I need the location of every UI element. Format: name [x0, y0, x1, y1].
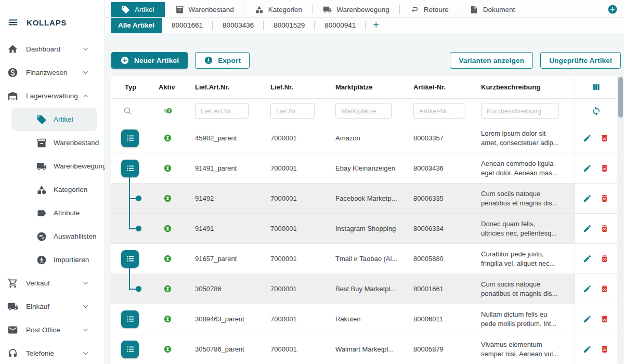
- sidebar-item-importieren[interactable]: Importieren: [11, 248, 97, 271]
- tag-icon: [36, 114, 47, 125]
- cell-kurzbeschreibung: Aenean commodo ligula eget dolor. Aenean…: [473, 153, 575, 183]
- sidebar-item-kategorien[interactable]: Kategorien: [11, 178, 97, 201]
- cell-typ: [111, 153, 149, 183]
- chevron-down-icon: [82, 279, 89, 287]
- filter-kurzbeschreibung-input[interactable]: [481, 103, 559, 119]
- delete-icon: [600, 224, 609, 233]
- filter-aktiv[interactable]: [149, 99, 187, 123]
- tab-warenbestand[interactable]: Warenbestand: [165, 2, 244, 17]
- row-type-button[interactable]: [121, 250, 139, 268]
- cell-marktplatz: Instagram Shopping: [327, 214, 405, 243]
- table-row: 3089463_parent7000001Rakuten80006011Null…: [111, 304, 617, 334]
- sidebar-item-attribute[interactable]: Attribute: [11, 201, 97, 225]
- edit-icon: [583, 345, 592, 354]
- cell-actions: [575, 274, 617, 304]
- cell-artikel-nr: 80006011: [405, 304, 473, 334]
- sidebar-item-auswahllisten[interactable]: Auswahllisten: [11, 225, 97, 248]
- cell-marktplatz: Tmall и Taobao (Al...: [327, 244, 405, 274]
- edit-icon: [583, 164, 592, 173]
- delete-row-button[interactable]: [600, 224, 609, 233]
- filter-lief-nr-input[interactable]: [270, 103, 315, 119]
- tab-warenbewegung[interactable]: Warenbewegung: [313, 2, 400, 17]
- sidebar-item-post-office[interactable]: Post Office: [0, 318, 105, 342]
- new-article-button[interactable]: Neuer Artikel: [111, 52, 188, 69]
- show-variants-button[interactable]: Varianten anzeigen: [450, 52, 533, 69]
- sidebar-item-artikel[interactable]: Artikel: [11, 108, 97, 131]
- menu-icon[interactable]: [7, 17, 19, 28]
- delete-row-button[interactable]: [600, 345, 609, 354]
- sidebar-item-lagerverwaltung[interactable]: Lagerverwaltung: [0, 84, 105, 108]
- delete-row-button[interactable]: [600, 194, 609, 203]
- cell-marktplatz: Facebook Marketp...: [327, 184, 405, 213]
- article-tab-80001529[interactable]: 80001529: [264, 18, 315, 33]
- export-button[interactable]: Export: [195, 52, 250, 69]
- cell-actions: [575, 184, 617, 213]
- columns-icon: [591, 82, 601, 92]
- article-tab-80003436[interactable]: 80003436: [213, 18, 264, 33]
- row-type-button[interactable]: [121, 129, 139, 147]
- cell-kurzbeschreibung: Donec quam felis, ultricies nec, pellent…: [473, 214, 575, 243]
- delete-row-button[interactable]: [600, 134, 609, 142]
- delete-row-button[interactable]: [600, 315, 609, 323]
- article-tab-80001661[interactable]: 80001661: [162, 18, 213, 33]
- edit-row-button[interactable]: [583, 315, 592, 323]
- edit-row-button[interactable]: [583, 254, 592, 263]
- tab-kategorien[interactable]: Kategorien: [244, 2, 313, 17]
- sidebar-item-warenbestand[interactable]: Warenbestand: [11, 131, 97, 154]
- edit-row-button[interactable]: [583, 164, 592, 173]
- active-icon: [163, 224, 172, 233]
- tab-dokument[interactable]: Dokument: [459, 2, 526, 17]
- filter-marktplaetze-input[interactable]: [335, 103, 392, 119]
- article-tab-80000941[interactable]: 80000941: [315, 18, 366, 33]
- plus-circle-icon: [120, 56, 129, 65]
- checklist-icon: [36, 231, 47, 242]
- unchecked-articles-button[interactable]: Ungeprüfte Artikel: [540, 52, 621, 69]
- delete-row-button[interactable]: [600, 254, 609, 263]
- tree-node-dot: [136, 286, 141, 292]
- sidebar-item-dashboard[interactable]: Dashboard: [0, 37, 105, 61]
- tab-retoure[interactable]: Retoure: [400, 2, 459, 17]
- filter-lief-art-nr-input[interactable]: [195, 103, 249, 119]
- edit-row-button[interactable]: [583, 284, 592, 293]
- table-row: 914917000001Instagram Shopping80006334Do…: [111, 214, 617, 244]
- tab-label: Retoure: [424, 6, 449, 14]
- sidebar-item-telefonie[interactable]: Telefonie: [0, 342, 105, 364]
- delete-row-button[interactable]: [600, 284, 609, 293]
- search-icon: [123, 106, 133, 116]
- edit-row-button[interactable]: [583, 345, 592, 354]
- label-icon: [36, 208, 47, 218]
- sidebar-item-einkauf[interactable]: Einkauf: [0, 295, 105, 318]
- article-tab-alle-artikel[interactable]: Alle Artikel: [111, 18, 162, 33]
- chevron-down-icon: [82, 69, 89, 76]
- cell-artikel-nr: 80003357: [405, 123, 473, 153]
- row-type-button[interactable]: [121, 310, 139, 328]
- sidebar-item-label: Verkauf: [26, 279, 50, 287]
- column-settings-button[interactable]: [591, 82, 601, 92]
- add-tab-button[interactable]: [607, 4, 618, 15]
- cell-lief-art-nr: 3089463_parent: [187, 304, 262, 334]
- add-article-tab-button[interactable]: +: [366, 18, 386, 33]
- filter-artikel-nr-input[interactable]: [413, 103, 464, 119]
- sidebar-header: KOLLAPS: [0, 0, 105, 37]
- cell-typ: [111, 184, 149, 213]
- vertical-scrollbar[interactable]: [618, 76, 623, 364]
- table-row: 45982_parent7000001Amazon80003357Lorem i…: [111, 123, 617, 153]
- sidebar-item-warenbewegung[interactable]: Warenbewegung: [11, 154, 97, 178]
- table-body: 45982_parent7000001Amazon80003357Lorem i…: [111, 123, 617, 364]
- column-header-typ: Typ: [111, 76, 149, 98]
- edit-row-button[interactable]: [583, 224, 592, 233]
- sidebar-item-finanzwesen[interactable]: Finanzwesen: [0, 61, 105, 84]
- row-type-button[interactable]: [121, 341, 139, 358]
- row-type-button[interactable]: [121, 160, 139, 177]
- scrollbar-thumb[interactable]: [618, 77, 623, 118]
- sidebar-item-label: Warenbewegung: [54, 162, 107, 170]
- sidebar-item-verkauf[interactable]: Verkauf: [0, 271, 105, 295]
- delete-row-button[interactable]: [600, 164, 609, 173]
- tab-artikel[interactable]: Artikel: [111, 2, 165, 17]
- import-icon: [36, 255, 47, 265]
- refresh-button[interactable]: [591, 106, 601, 116]
- export-label: Export: [218, 57, 241, 64]
- edit-row-button[interactable]: [583, 194, 592, 203]
- add-circle-icon: [607, 4, 618, 15]
- edit-row-button[interactable]: [583, 134, 592, 142]
